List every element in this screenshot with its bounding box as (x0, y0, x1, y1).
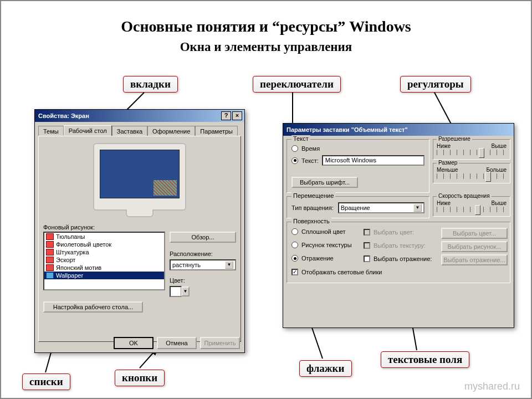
radio-texture[interactable]: Рисунок текстуры (291, 242, 364, 248)
chevron-down-icon[interactable]: ▼ (181, 287, 190, 296)
callout-buttons: кнопки (115, 370, 165, 386)
chk-pick-texture: Выбрать текстуру: (364, 242, 441, 249)
chevron-down-icon[interactable]: ▼ (225, 261, 233, 269)
apply-button[interactable]: Применить (200, 337, 240, 349)
dialog1-title: Свойства: Экран (38, 112, 89, 119)
size-slider-group: Размер МеньшеБольше (433, 163, 510, 183)
watermark: myshared.ru (464, 381, 520, 392)
dialog2-titlebar[interactable]: Параметры заставки "Объемный текст" (283, 124, 514, 136)
list-item[interactable]: Фиолетовый цветок (44, 241, 164, 248)
tab-screensaver[interactable]: Заставка (112, 126, 147, 136)
radio-text[interactable]: Текст: Microsoft Windows (291, 155, 424, 166)
callout-tabs: вкладки (123, 76, 178, 93)
group-surface: Поверхность (291, 218, 331, 224)
cancel-button[interactable]: Отмена (157, 337, 197, 349)
preview-monitor (93, 143, 186, 211)
tabstrip: Темы Рабочий стол Заставка Оформление Па… (35, 122, 244, 136)
rotation-combo[interactable]: Вращение▼ (338, 202, 424, 213)
pick-color-button: Выбрать цвет... (441, 228, 508, 239)
placement-combo[interactable]: растянуть▼ (170, 259, 236, 270)
dialog2-title: Параметры заставки "Объемный текст" (287, 126, 408, 133)
color-label: Цвет: (170, 277, 236, 284)
chk-pick-reflection[interactable]: Выбрать отражение: (364, 255, 441, 262)
slide-title: Основные понятия и “ресурсы” Windows (1, 18, 531, 35)
close-button[interactable]: × (232, 111, 242, 120)
placement-label: Расположение: (170, 250, 236, 257)
callout-lists: списки (22, 374, 70, 390)
tab-appearance[interactable]: Оформление (147, 126, 195, 136)
resolution-slider[interactable] (437, 151, 507, 154)
callout-sliders: регуляторы (400, 76, 471, 93)
rotation-type-label: Тип вращения: (291, 204, 334, 211)
group-move: Перемещение (291, 192, 335, 199)
color-picker[interactable] (170, 286, 182, 297)
background-list[interactable]: Тюльпаны Фиолетовый цветок Штукатурка Эс… (43, 232, 165, 290)
slide-subtitle: Окна и элементы управления (1, 40, 531, 54)
display-properties-dialog: Свойства: Экран ? × Темы Рабочий стол За… (34, 109, 245, 353)
pick-reflection-button: Выбрать отражение... (441, 254, 508, 265)
callout-textfields: текстовые поля (381, 351, 469, 368)
radio-reflection[interactable]: Отражение (291, 255, 364, 262)
ok-button[interactable]: OK (114, 337, 154, 349)
pick-texture-button: Выбрать рисунок... (441, 241, 508, 252)
radio-time[interactable]: Время (291, 145, 424, 152)
browse-button[interactable]: Обзор... (170, 232, 236, 243)
dialog1-titlebar[interactable]: Свойства: Экран ? × (35, 110, 244, 122)
size-slider[interactable] (437, 175, 507, 177)
text-input[interactable]: Microsoft Windows (322, 155, 424, 166)
callout-radios: переключатели (253, 76, 341, 93)
list-item[interactable]: Эскорт (44, 256, 164, 264)
speed-slider-group: Скорость вращения НижеВыше (433, 196, 510, 217)
choose-font-button[interactable]: Выбрать шрифт... (291, 177, 358, 188)
list-item[interactable]: Wallpaper (44, 272, 164, 279)
radio-solid[interactable]: Сплошной цвет (291, 228, 364, 235)
help-button[interactable]: ? (221, 111, 231, 120)
tab-themes[interactable]: Темы (38, 126, 64, 136)
list-item[interactable]: Штукатурка (44, 248, 164, 256)
chk-highlights[interactable]: Отображать световые блики (291, 269, 505, 275)
list-item[interactable]: Японский мотив (44, 264, 164, 272)
background-label: Фоновый рисунок: (43, 224, 236, 231)
chk-pick-color: Выбрать цвет: (364, 229, 441, 236)
tab-desktop[interactable]: Рабочий стол (64, 125, 112, 136)
callout-checkboxes: флажки (299, 360, 352, 377)
chevron-down-icon[interactable]: ▼ (413, 204, 422, 212)
group-text: Текст (291, 135, 310, 142)
speed-slider[interactable] (437, 208, 507, 211)
desktop-settings-button[interactable]: Настройка рабочего стола... (43, 301, 143, 313)
screensaver-settings-dialog: Параметры заставки "Объемный текст" Текс… (283, 123, 514, 328)
tab-settings[interactable]: Параметры (195, 126, 238, 136)
list-item[interactable]: Тюльпаны (44, 233, 164, 241)
resolution-slider-group: Разрешение НижеВыше (433, 139, 510, 160)
